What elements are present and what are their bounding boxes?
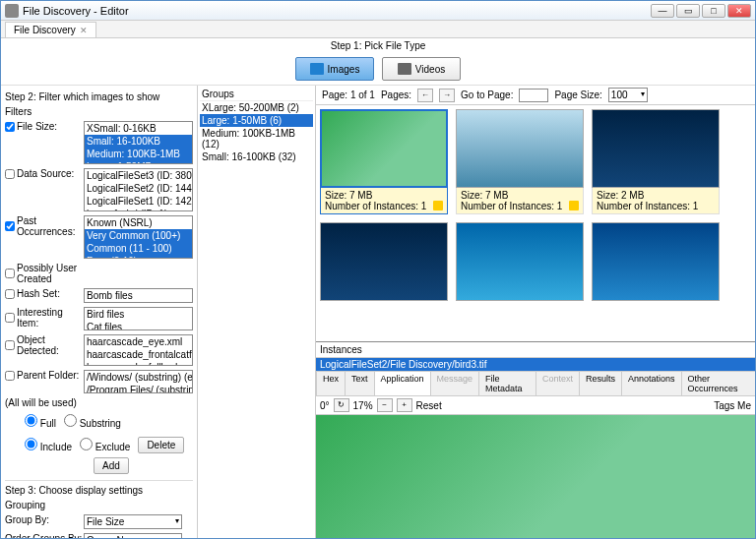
datasource-checkbox[interactable] <box>5 169 15 179</box>
list-item[interactable]: /Program Files/ (substring) (excl... <box>85 384 192 393</box>
full-radio[interactable] <box>25 414 37 427</box>
delete-button[interactable]: Delete <box>138 437 184 453</box>
list-item[interactable]: LogicalFileSet1 (ID: 142) <box>85 195 192 208</box>
videos-type-button[interactable]: Videos <box>382 57 461 81</box>
list-item[interactable]: Large: 1-50MB <box>85 160 192 164</box>
detail-tab[interactable]: Application <box>374 371 431 395</box>
images-type-button[interactable]: Images <box>295 57 374 81</box>
include-radio[interactable] <box>25 438 37 450</box>
instance-path[interactable]: LogicalFileSet2/File Discovery/bird3.tif <box>316 358 755 371</box>
tab-file-discovery[interactable]: File Discovery ✕ <box>5 22 96 37</box>
thumbnail-image <box>456 109 584 188</box>
prev-page-button[interactable]: ← <box>417 89 433 102</box>
detail-tab[interactable]: Other Occurrences <box>681 371 755 395</box>
hashset-listbox[interactable]: Bomb files <box>84 288 193 303</box>
rotate-button[interactable]: ↻ <box>334 398 349 412</box>
list-item[interactable]: Very Common (100+) <box>85 229 192 242</box>
thumbnail[interactable] <box>592 222 720 301</box>
goto-label: Go to Page: <box>461 90 513 100</box>
interesting-listbox[interactable]: Bird files Cat files <box>84 307 193 330</box>
list-item[interactable]: XSmall: 0-16KB <box>85 122 192 135</box>
possibly-label: Possibly User Created <box>17 263 84 284</box>
hashset-label: Hash Set: <box>17 288 60 299</box>
thumbnail-image <box>320 222 448 301</box>
reset-button[interactable]: Reset <box>416 400 442 411</box>
titlebar: File Discovery - Editor — ▭ □ ✕ <box>1 1 755 21</box>
thumbnail[interactable]: Size: 2 MBNumber of Instances: 1 <box>592 109 720 214</box>
interesting-checkbox[interactable] <box>5 313 15 323</box>
list-item[interactable]: Known (NSRL) <box>85 216 192 229</box>
list-item[interactable]: LogicalFileSet3 (ID: 380) <box>85 169 192 182</box>
goto-input[interactable] <box>519 89 548 102</box>
detail-tab: Context <box>536 371 580 395</box>
group-item[interactable]: Large: 1-50MB (6) <box>200 114 313 127</box>
list-item[interactable]: Bird files <box>85 308 192 321</box>
hashset-checkbox[interactable] <box>5 289 15 299</box>
list-item[interactable]: haarcascade_eye.xml <box>85 335 192 348</box>
substring-radio[interactable] <box>64 414 77 427</box>
thumbnail-image <box>320 109 448 188</box>
list-item[interactable]: image1.vhd (ID: 1) <box>85 208 192 211</box>
list-item[interactable]: Common (11 - 100) <box>85 242 192 255</box>
videos-icon <box>398 63 411 75</box>
object-checkbox[interactable] <box>5 340 15 350</box>
ordergroups-combo[interactable]: Group Name <box>84 533 182 538</box>
group-item[interactable]: XLarge: 50-200MB (2) <box>200 101 313 114</box>
parent-label: Parent Folder: <box>17 370 79 381</box>
detail-tab[interactable]: Text <box>345 371 375 395</box>
list-item[interactable]: LogicalFileSet2 (ID: 144) <box>85 182 192 195</box>
list-item[interactable]: /Windows/ (substring) (exclude) <box>85 371 192 384</box>
parent-listbox[interactable]: /Windows/ (substring) (exclude) /Program… <box>84 370 193 393</box>
zoom-label: 17% <box>353 400 373 411</box>
parent-checkbox[interactable] <box>5 371 15 381</box>
right-panel: Page: 1 of 1 Pages: ← → Go to Page: Page… <box>316 86 755 538</box>
detail-tab[interactable]: Annotations <box>621 371 682 395</box>
step1-label: Step 1: Pick File Type <box>1 38 755 53</box>
detail-tab[interactable]: File Metadata <box>478 371 536 395</box>
restore-button[interactable]: ▭ <box>676 4 700 18</box>
page-label: Page: 1 of 1 <box>322 90 375 100</box>
list-item[interactable]: Cat files <box>85 321 192 330</box>
list-item[interactable]: Rare (2-10) <box>85 255 192 259</box>
thumbnail[interactable] <box>456 222 584 301</box>
list-item[interactable]: haarcascade_frontalcatface.xml <box>85 348 192 361</box>
thumbnail[interactable]: Size: 7 MBNumber of Instances: 1 <box>456 109 584 214</box>
past-label: Past Occurrences: <box>17 215 84 237</box>
detail-tab: Message <box>430 371 480 395</box>
close-button[interactable]: ✕ <box>727 4 751 18</box>
possibly-checkbox[interactable] <box>5 269 15 278</box>
add-button[interactable]: Add <box>94 457 129 474</box>
shield-icon <box>433 201 443 210</box>
past-listbox[interactable]: Known (NSRL) Very Common (100+) Common (… <box>84 215 193 259</box>
groupby-combo[interactable]: File Size <box>84 514 182 529</box>
groups-panel: Groups XLarge: 50-200MB (2) Large: 1-50M… <box>198 86 316 538</box>
object-listbox[interactable]: haarcascade_eye.xml haarcascade_frontalc… <box>84 334 193 366</box>
next-page-button[interactable]: → <box>439 89 455 102</box>
zoom-in-button[interactable]: + <box>397 398 412 412</box>
maximize-button[interactable]: □ <box>702 4 725 18</box>
zoom-out-button[interactable]: − <box>377 398 393 412</box>
list-item[interactable]: haarcascade_fullbody.xml <box>85 361 192 366</box>
images-icon <box>310 63 324 75</box>
list-item[interactable]: Medium: 100KB-1MB <box>85 148 192 160</box>
window-title: File Discovery - Editor <box>23 5 651 17</box>
tab-close-icon[interactable]: ✕ <box>80 26 88 35</box>
minimize-button[interactable]: — <box>651 4 674 18</box>
past-checkbox[interactable] <box>5 221 15 231</box>
pagesize-combo[interactable]: 100 <box>608 88 648 102</box>
exclude-radio[interactable] <box>80 438 93 450</box>
detail-tab[interactable]: Results <box>579 371 622 395</box>
left-panel: Step 2: Filter which images to show Filt… <box>1 86 198 538</box>
list-item[interactable]: Small: 16-100KB <box>85 135 192 148</box>
filesize-listbox[interactable]: XSmall: 0-16KB Small: 16-100KB Medium: 1… <box>84 121 193 164</box>
list-item[interactable]: Bomb files <box>85 289 192 302</box>
thumbnail[interactable]: Size: 7 MBNumber of Instances: 1 <box>320 109 448 214</box>
detail-tab[interactable]: Hex <box>316 371 346 395</box>
tags-label: Tags Me <box>714 400 751 411</box>
filesize-checkbox[interactable] <box>5 122 15 132</box>
datasource-listbox[interactable]: LogicalFileSet3 (ID: 380) LogicalFileSet… <box>84 168 193 211</box>
group-item[interactable]: Medium: 100KB-1MB (12) <box>200 127 313 150</box>
thumbnail[interactable] <box>320 222 448 301</box>
group-item[interactable]: Small: 16-100KB (32) <box>200 150 313 163</box>
step3-label: Step 3: Choose display settings <box>5 480 193 496</box>
